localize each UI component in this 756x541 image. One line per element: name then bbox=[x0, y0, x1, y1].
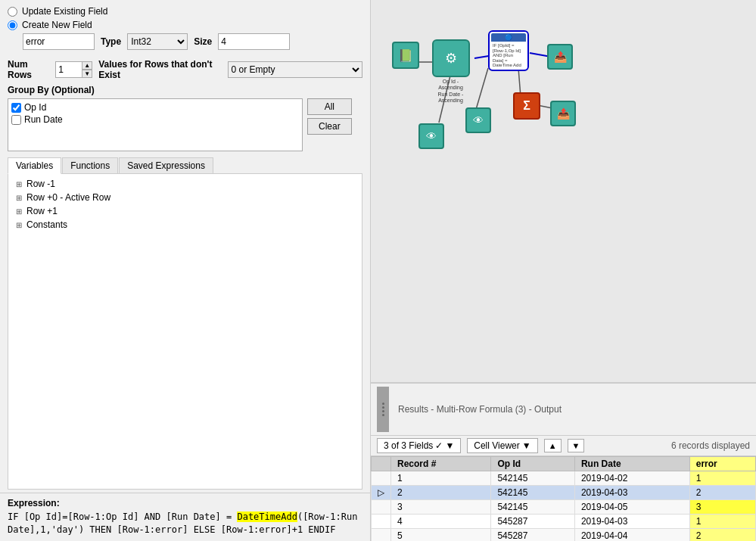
tab-content: ⊞ Row -1 ⊞ Row +0 - Active Row ⊞ Row +1 … bbox=[8, 174, 362, 490]
spinner-up[interactable]: ▲ bbox=[82, 61, 92, 70]
field-count-button[interactable]: 3 of 3 Fields ✓ ▼ bbox=[377, 438, 461, 453]
checkbox-rundate: Run Date bbox=[11, 114, 299, 125]
table-body: 1 542145 2019-04-02 1 ▷ 2 542145 2019-04… bbox=[372, 471, 756, 542]
formula-text: IF [OpId] = [Row-1,Op Id] AND [Run Data]… bbox=[491, 42, 526, 68]
cell-record: 1 bbox=[391, 471, 491, 486]
sort-icon: ⚙ bbox=[445, 50, 457, 67]
sort-asc-button[interactable]: ▲ bbox=[544, 439, 562, 452]
all-button[interactable]: All bbox=[307, 98, 352, 115]
col-header-rundate[interactable]: Run Date bbox=[574, 457, 689, 471]
type-select[interactable]: Int32 Bool Byte Int16 Int64 Float Double… bbox=[127, 33, 188, 50]
cell-opid: 545287 bbox=[491, 515, 575, 529]
spinner-down[interactable]: ▼ bbox=[82, 70, 92, 78]
node-filter[interactable]: Σ bbox=[513, 92, 540, 120]
cell-opid: 542145 bbox=[491, 486, 575, 500]
field-name-row: Type Int32 Bool Byte Int16 Int64 Float D… bbox=[8, 33, 362, 50]
col-header-opid[interactable]: Op Id bbox=[491, 457, 575, 471]
rundate-checkbox[interactable] bbox=[11, 115, 21, 125]
node-browse1-box: 👁 bbox=[465, 107, 491, 133]
tree-constants[interactable]: ⊞ Constants bbox=[11, 218, 359, 232]
cell-opid: 542145 bbox=[491, 500, 575, 515]
table-row[interactable]: 5 545287 2019-04-04 2 bbox=[372, 529, 756, 542]
expr-part1: IF [Op Id]=[Row-1:Op Id] AND [Run Date] … bbox=[8, 511, 237, 522]
expression-text: IF [Op Id]=[Row-1:Op Id] AND [Run Date] … bbox=[8, 511, 362, 536]
create-field-radio[interactable] bbox=[8, 20, 17, 30]
cell-rundate: 2019-04-03 bbox=[574, 515, 689, 529]
tree-row-active[interactable]: ⊞ Row +0 - Active Row bbox=[11, 191, 359, 204]
tab-variables[interactable]: Variables bbox=[8, 157, 61, 174]
node-formula-box: 🔵 IF [OpId] = [Row-1,Op Id] AND [Run Dat… bbox=[488, 30, 529, 71]
cell-viewer-chevron-icon: ▼ bbox=[522, 440, 531, 451]
expander-plus1: ⊞ bbox=[13, 205, 25, 217]
sort-desc-button[interactable]: ▼ bbox=[568, 439, 585, 452]
node-browse1[interactable]: 👁 bbox=[465, 107, 491, 133]
numrows-input[interactable] bbox=[55, 61, 82, 78]
expr-part3: Date],1,'day') THEN [Row-1:error] ELSE [… bbox=[8, 524, 335, 535]
results-panel: Results - Multi-Row Formula (3) - Output… bbox=[371, 382, 756, 541]
groupby-section: Group By (Optional) Op Id Run Date All C… bbox=[0, 83, 370, 154]
dot1 bbox=[382, 403, 384, 405]
tree-label-plus1: Row +1 bbox=[26, 206, 58, 216]
field-options: Update Existing Field Create New Field T… bbox=[0, 0, 370, 58]
cell-viewer-button[interactable]: Cell Viewer ▼ bbox=[467, 438, 537, 453]
size-label: Size bbox=[194, 36, 212, 47]
output1-icon: 📤 bbox=[554, 51, 567, 63]
clear-button[interactable]: Clear bbox=[307, 118, 352, 135]
rundate-label: Run Date bbox=[24, 114, 63, 125]
formula-header-icon: 🔵 bbox=[505, 34, 512, 41]
expr-part2: ([Row-1:Run bbox=[297, 511, 357, 522]
browse1-icon: 👁 bbox=[473, 114, 484, 126]
tree-row-plus1[interactable]: ⊞ Row +1 bbox=[11, 204, 359, 218]
tree-row-minus1[interactable]: ⊞ Row -1 bbox=[11, 177, 359, 191]
main-layout: Update Existing Field Create New Field T… bbox=[0, 0, 756, 541]
field-name-input[interactable] bbox=[23, 33, 95, 50]
cell-viewer-label: Cell Viewer bbox=[474, 440, 519, 451]
table-row[interactable]: ▷ 2 542145 2019-04-03 2 bbox=[372, 486, 756, 500]
opid-label: Op Id bbox=[24, 102, 46, 113]
expander-active: ⊞ bbox=[13, 191, 25, 204]
node-sort[interactable]: ⚙ Op Id - AscendingRun Date - Ascending bbox=[430, 39, 471, 104]
tabs-section: Variables Functions Saved Expressions ⊞ … bbox=[0, 154, 370, 493]
numrows-label: Num Rows bbox=[8, 59, 49, 80]
node-browse2[interactable]: 👁 bbox=[418, 123, 444, 149]
values-select[interactable]: 0 or Empty Null bbox=[228, 61, 362, 78]
col-header-error[interactable]: error bbox=[689, 457, 755, 471]
create-field-row: Create New Field bbox=[8, 20, 362, 30]
input-icon: 📗 bbox=[398, 48, 413, 63]
table-row[interactable]: 3 542145 2019-04-05 3 bbox=[372, 500, 756, 515]
size-input[interactable] bbox=[218, 33, 290, 50]
cell-error: 1 bbox=[689, 515, 755, 529]
node-formula[interactable]: 🔵 IF [OpId] = [Row-1,Op Id] AND [Run Dat… bbox=[488, 30, 529, 71]
update-field-radio[interactable] bbox=[8, 7, 17, 17]
create-field-label: Create New Field bbox=[22, 20, 92, 30]
type-label: Type bbox=[101, 36, 121, 47]
checkbox-list: Op Id Run Date bbox=[8, 98, 303, 151]
workflow-area[interactable]: 📗 ⚙ Op Id - AscendingRun Date - Ascendin… bbox=[371, 0, 756, 382]
node-output2[interactable]: 📤 bbox=[550, 101, 576, 126]
table-row[interactable]: 1 542145 2019-04-02 1 bbox=[372, 471, 756, 486]
results-drag-handle[interactable] bbox=[377, 387, 389, 432]
svg-line-5 bbox=[475, 68, 488, 112]
cell-rundate: 2019-04-03 bbox=[574, 486, 689, 500]
opid-checkbox[interactable] bbox=[11, 103, 21, 113]
row-icon: ▷ bbox=[372, 486, 391, 500]
numrows-spinner: ▲ ▼ bbox=[55, 61, 92, 78]
node-output1[interactable]: 📤 bbox=[547, 44, 573, 70]
col-header-record[interactable]: Record # bbox=[391, 457, 491, 471]
browse2-icon: 👁 bbox=[426, 130, 437, 142]
table-row[interactable]: 4 545287 2019-04-03 1 bbox=[372, 515, 756, 529]
dot2 bbox=[382, 406, 384, 409]
groupby-buttons: All Clear bbox=[307, 98, 352, 135]
node-sort-label: Op Id - AscendingRun Date - Ascending bbox=[430, 79, 471, 104]
groupby-inner: Op Id Run Date All Clear bbox=[8, 98, 362, 151]
tab-functions[interactable]: Functions bbox=[62, 157, 118, 173]
results-toolbar: 3 of 3 Fields ✓ ▼ Cell Viewer ▼ ▲ ▼ 6 re… bbox=[371, 436, 756, 456]
expression-section: Expression: IF [Op Id]=[Row-1:Op Id] AND… bbox=[0, 493, 370, 541]
tab-saved-expressions[interactable]: Saved Expressions bbox=[119, 157, 213, 173]
groupby-label: Group By (Optional) bbox=[8, 85, 362, 95]
node-input[interactable]: 📗 bbox=[392, 42, 419, 69]
results-table-wrap: Record # Op Id Run Date error 1 542145 2… bbox=[371, 456, 756, 541]
spinner-buttons: ▲ ▼ bbox=[82, 61, 92, 78]
expression-label: Expression: bbox=[8, 498, 362, 508]
node-sort-box: ⚙ bbox=[432, 39, 470, 77]
